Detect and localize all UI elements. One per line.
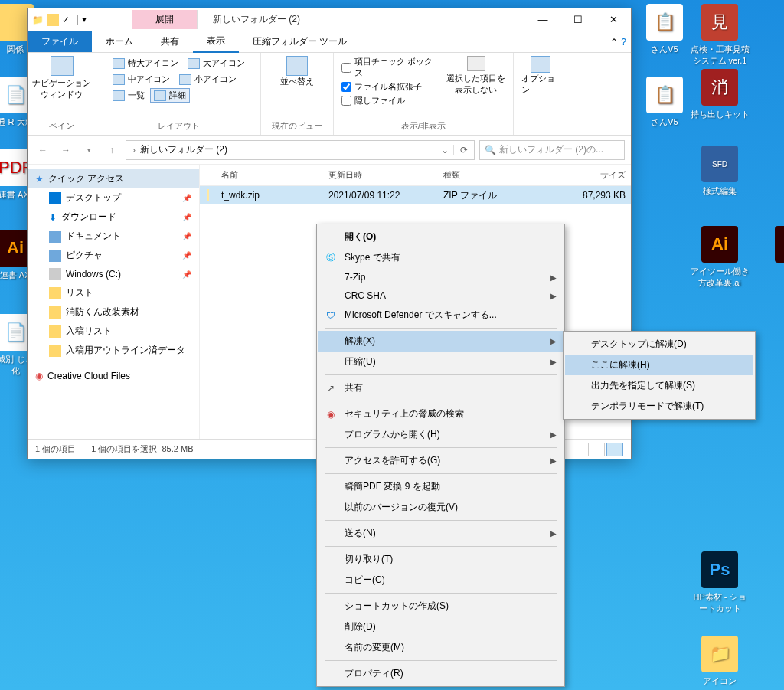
tree-folder[interactable]: リスト <box>28 283 199 302</box>
status-selection: 1 個の項目を選択 85.2 MB <box>91 443 193 455</box>
col-size[interactable]: サイズ <box>554 169 630 181</box>
address-input[interactable]: › 新しいフォルダー (2) ⌄ ⟳ <box>126 140 475 160</box>
chevron-icon: › <box>132 145 136 155</box>
tab-file[interactable]: ファイル <box>28 31 92 52</box>
tab-home[interactable]: ホーム <box>92 31 147 52</box>
tree-documents[interactable]: ドキュメント📌 <box>28 227 199 246</box>
navpane-icon[interactable] <box>51 56 74 76</box>
tree-cdrive[interactable]: Windows (C:)📌 <box>28 265 199 283</box>
layout-large[interactable]: 大アイコン <box>184 56 249 70</box>
menu-defender[interactable]: 🛡Microsoft Defender でスキャンする... <box>318 305 563 325</box>
submenu-temp[interactable]: テンポラリモードで解凍(T) <box>565 396 753 417</box>
menu-sendto[interactable]: 送る(N)▶ <box>318 523 563 544</box>
checkmark-icon[interactable]: ✓ <box>62 15 70 25</box>
menu-delete[interactable]: 削除(D) <box>318 616 563 637</box>
tab-expand[interactable]: 展開 <box>132 10 198 29</box>
desktop-icon[interactable]: 📋さんV5 <box>634 77 695 128</box>
pin-icon: 📌 <box>182 270 191 279</box>
help-icon[interactable]: ? <box>621 37 626 47</box>
col-date[interactable]: 更新日時 <box>324 169 439 181</box>
menu-open[interactable]: 開く(O) <box>318 227 563 247</box>
qa-icon[interactable] <box>47 14 59 26</box>
menu-access[interactable]: アクセスを許可する(G)▶ <box>318 450 563 471</box>
download-icon: ⬇ <box>49 212 57 223</box>
layout-xlarge[interactable]: 特大アイコン <box>109 56 182 70</box>
menu-prevver[interactable]: 以前のバージョンの復元(V) <box>318 497 563 518</box>
refresh-icon[interactable]: ⟳ <box>453 145 468 155</box>
submenu-specify[interactable]: 出力先を指定して解凍(S) <box>565 375 753 396</box>
menu-rename[interactable]: 名前の変更(M) <box>318 637 563 658</box>
desktop-icon[interactable]: 消持ち出しキット <box>689 69 750 120</box>
menu-compress[interactable]: 圧縮(U)▶ <box>318 352 563 372</box>
separator <box>325 401 557 401</box>
desktop-icon[interactable]: Aiアイツール働き方改革裏.ai <box>689 226 750 289</box>
menu-cut[interactable]: 切り取り(T) <box>318 549 563 570</box>
sort-label[interactable]: 並べ替え <box>280 76 314 87</box>
tree-folder[interactable]: 入稿用アウトライン済データ <box>28 341 199 360</box>
opt-hidden[interactable]: 隠しファイル <box>341 95 439 106</box>
tab-view[interactable]: 表示 <box>193 31 239 53</box>
close-button[interactable]: ✕ <box>596 8 631 31</box>
document-icon <box>49 231 61 243</box>
menu-extract[interactable]: 解凍(X)▶ <box>318 331 563 352</box>
menu-props[interactable]: プロパティ(R) <box>318 663 563 684</box>
ribbon-collapse-icon[interactable]: ⌃ <box>610 37 618 47</box>
maximize-button[interactable]: ☐ <box>560 8 596 31</box>
tree-folder[interactable]: 消防くん改装素材 <box>28 302 199 322</box>
forward-button[interactable]: → <box>57 141 75 159</box>
menu-threat[interactable]: ◉セキュリティ上の脅威の検索 <box>318 404 563 424</box>
sort-icon[interactable] <box>286 56 308 76</box>
folder-icon <box>49 345 61 357</box>
navigation-tree[interactable]: ★クイック アクセス デスクトップ📌 ⬇ダウンロード📌 ドキュメント📌 ピクチャ… <box>28 165 200 439</box>
tree-folder[interactable]: 入稿リスト <box>28 322 199 341</box>
address-dropdown-icon[interactable]: ⌄ <box>441 145 449 155</box>
tree-pictures[interactable]: ピクチャ📌 <box>28 246 199 265</box>
navpane-label[interactable]: ナビゲーション ウィンドウ <box>32 77 91 100</box>
submenu-desktop[interactable]: デスクトップに解凍(D) <box>565 334 753 355</box>
menu-share[interactable]: ↗共有 <box>318 378 563 398</box>
menu-7zip[interactable]: 7-Zip▶ <box>318 268 563 286</box>
menu-skype[interactable]: ⓈSkype で共有 <box>318 247 563 268</box>
search-input[interactable]: 🔍 新しいフォルダー (2)の... <box>479 140 625 160</box>
up-button[interactable]: ↑ <box>103 141 121 159</box>
opt-ext[interactable]: ファイル名拡張子 <box>341 81 439 93</box>
tree-cc[interactable]: ◉Creative Cloud Files <box>28 368 199 384</box>
layout-detail[interactable]: 詳細 <box>150 88 190 103</box>
layout-list[interactable]: 一覧 <box>109 88 149 103</box>
file-row[interactable]: t_wdk.zip 2021/07/09 11:22 ZIP ファイル 87,2… <box>200 186 631 204</box>
submenu-here[interactable]: ここに解凍(H) <box>565 355 753 375</box>
tab-share[interactable]: 共有 <box>147 31 193 52</box>
desktop-icon[interactable]: 見点検・工事見積システム ver.1 <box>689 4 750 67</box>
layout-small[interactable]: 小アイコン <box>175 72 240 87</box>
menu-pdf[interactable]: 瞬簡PDF 変換 9 を起動 <box>318 476 563 497</box>
menu-crc[interactable]: CRC SHA▶ <box>318 286 563 305</box>
desktop-icon[interactable]: Ai超 <box>763 226 784 277</box>
view-details-button[interactable] <box>606 443 623 456</box>
tab-ziptool[interactable]: 圧縮フォルダー ツール <box>239 31 361 52</box>
desktop-icon[interactable]: PsHP素材 - ショートカット <box>689 551 750 614</box>
cc-icon: ◉ <box>35 371 43 381</box>
history-dropdown[interactable]: ▾ <box>80 141 98 159</box>
hide-selected[interactable]: 選択した項目を 表示しない <box>446 56 505 96</box>
desktop-icon[interactable]: 📁アイコン <box>689 636 750 687</box>
pin-icon: 📌 <box>182 213 191 221</box>
menu-shortcut[interactable]: ショートカットの作成(S) <box>318 596 563 616</box>
desktop-icon[interactable]: 📋さんV5 <box>634 4 695 55</box>
tree-quick-access[interactable]: ★クイック アクセス <box>28 169 199 188</box>
col-name[interactable]: 名前 <box>217 169 324 181</box>
view-icons-button[interactable] <box>588 443 605 456</box>
options-label[interactable]: オプション <box>521 73 560 96</box>
back-button[interactable]: ← <box>34 141 52 159</box>
opt-checkbox[interactable]: 項目チェック ボックス <box>341 56 439 79</box>
tree-downloads[interactable]: ⬇ダウンロード📌 <box>28 208 199 227</box>
desktop-icon[interactable]: SFD様式編集 <box>689 146 750 197</box>
column-headers[interactable]: 名前 更新日時 種類 サイズ <box>200 165 631 186</box>
menu-openwith[interactable]: プログラムから開く(H)▶ <box>318 424 563 445</box>
col-type[interactable]: 種類 <box>439 169 554 181</box>
tree-desktop[interactable]: デスクトップ📌 <box>28 188 199 208</box>
titlebar: 📁 ✓ ｜▾ 展開 新しいフォルダー (2) — ☐ ✕ <box>28 8 631 31</box>
layout-medium[interactable]: 中アイコン <box>109 72 174 87</box>
menu-copy[interactable]: コピー(C) <box>318 570 563 590</box>
options-icon[interactable] <box>531 56 550 73</box>
minimize-button[interactable]: — <box>525 8 560 31</box>
